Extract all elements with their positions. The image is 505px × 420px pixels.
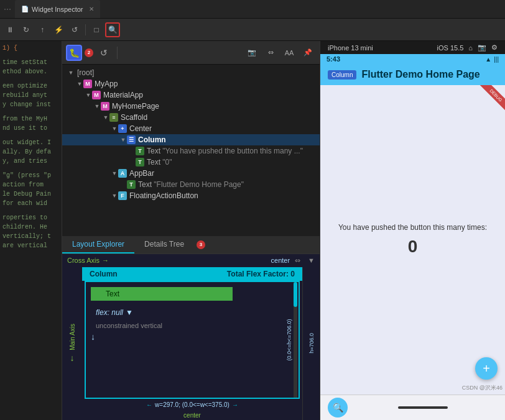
appbar-icon: A bbox=[118, 169, 127, 178]
widget-tree: ▼ [root] ▼ M MyApp ▼ M MaterialApp ▼ M bbox=[62, 65, 320, 236]
tree-item-myhomepage[interactable]: ▼ M MyHomePage bbox=[62, 101, 320, 112]
layout-header-bar: Column Total Flex Factor: 0 bbox=[82, 267, 302, 281]
column-widget-badge: Column bbox=[328, 70, 356, 80]
code-line: y change inst bbox=[2, 100, 59, 109]
tree-item-appbar[interactable]: ▼ A AppBar bbox=[62, 168, 320, 179]
arrow-icon: ▼ bbox=[111, 170, 118, 177]
inspector-toolbar: 🐛 2 ↺ 📷 ⇔ AA 📌 bbox=[62, 41, 320, 65]
phone-bottom-bar: 🔍 bbox=[320, 395, 505, 420]
appbar-label: AppBar bbox=[129, 169, 154, 178]
code-line: from the MyH bbox=[2, 114, 59, 124]
phone-panel: iPhone 13 mini iOS 15.5 ⌂ 📷 ⚙ 5:43 ▲ |||… bbox=[320, 41, 505, 420]
tree-item-root[interactable]: ▼ [root] bbox=[62, 67, 320, 78]
code-line: for each wid bbox=[2, 199, 59, 208]
width-label-row: ← w=297.0; (0.0<=w<=375.0) → bbox=[82, 399, 302, 411]
scrollbar-track[interactable] bbox=[294, 282, 297, 398]
center-label: Center bbox=[129, 124, 152, 133]
cross-axis-value: center bbox=[271, 257, 290, 264]
camera-icon[interactable]: 📷 bbox=[478, 43, 486, 52]
phone-top-right: iOS 15.5 ⌂ 📷 ⚙ bbox=[437, 43, 498, 52]
settings-icon[interactable]: ⚙ bbox=[491, 43, 498, 52]
arrow-icon bbox=[128, 147, 136, 155]
pin-btn[interactable]: 📌 bbox=[300, 45, 316, 61]
phone-search-btn[interactable]: 🔍 bbox=[328, 398, 348, 418]
wifi-icon: ▲ bbox=[485, 56, 491, 63]
width-value-label: w=297.0; (0.0<=w<=375.0) bbox=[155, 401, 229, 408]
toolbar-search-btn[interactable]: 🔍 bbox=[105, 22, 120, 37]
code-line: nd use it to bbox=[2, 124, 59, 133]
scaffold-icon: ≡ bbox=[109, 113, 118, 122]
dropdown-arrow[interactable]: ▼ bbox=[308, 257, 315, 264]
toolbar-pause-btn[interactable]: ⏸ bbox=[2, 22, 17, 37]
tree-item-center[interactable]: ▼ + Center bbox=[62, 123, 320, 134]
tree-item-appbar-text[interactable]: T Text "Flutter Demo Home Page" bbox=[62, 179, 320, 190]
main-toolbar: ⏸ ↻ ↑ ⚡ ↺ □ 🔍 bbox=[0, 19, 505, 41]
tree-item-column[interactable]: ▼ ☰ Column bbox=[62, 134, 320, 145]
screenshot-btn[interactable]: 📷 bbox=[244, 45, 260, 61]
text1-label: Text "You have pushed the button this ma… bbox=[147, 147, 303, 155]
appbar-text-icon: T bbox=[127, 180, 136, 189]
cross-axis-text: Cross Axis bbox=[67, 257, 100, 264]
arrow-icon: ▼ bbox=[111, 125, 118, 132]
layout-content: Main Axis ↓ Column Total Flex Factor: 0 bbox=[62, 267, 320, 421]
fab-button[interactable]: + bbox=[475, 357, 498, 380]
myapp-icon: M bbox=[83, 80, 92, 88]
arrow-icon bbox=[128, 158, 136, 166]
code-line: out widget. I bbox=[2, 138, 59, 147]
code-panel: 1) { time setStat ethod above. een optim… bbox=[0, 41, 62, 420]
code-line: y, and tries bbox=[2, 157, 59, 166]
overflow-dots[interactable]: ⋯ bbox=[0, 5, 15, 14]
tree-item-fab[interactable]: ▼ F FloatingActionButton bbox=[62, 190, 320, 201]
column-header-label: Column bbox=[90, 270, 118, 278]
height-label-container: (0.0<=h<=706.0) bbox=[286, 319, 292, 360]
widget-inspector-tab[interactable]: 📄 Widget Inspector ✕ bbox=[15, 0, 100, 18]
tree-item-scaffold[interactable]: ▼ ≡ Scaffold bbox=[62, 112, 320, 123]
layout-explorer-tab[interactable]: Layout Explorer bbox=[62, 236, 134, 253]
fab-plus-icon: + bbox=[483, 362, 490, 376]
fit-btn[interactable]: ⇔ bbox=[262, 45, 279, 61]
details-tree-tab[interactable]: Details Tree bbox=[134, 236, 194, 253]
tree-item-text1[interactable]: T Text "You have pushed the button this … bbox=[62, 145, 320, 157]
inspect-widget-btn[interactable]: 🐛 bbox=[66, 45, 82, 61]
refresh-btn[interactable]: ↺ bbox=[96, 45, 112, 61]
toolbar-square-btn[interactable]: □ bbox=[89, 22, 104, 37]
file-icon: 📄 bbox=[21, 6, 29, 12]
tree-item-materialapp[interactable]: ▼ M MaterialApp bbox=[62, 89, 320, 101]
code-line: time setStat bbox=[2, 58, 59, 67]
app-title: Flutter Demo Home Page bbox=[361, 69, 480, 80]
aa-btn[interactable]: AA bbox=[281, 45, 297, 61]
text-widget-block[interactable]: Text bbox=[91, 287, 233, 301]
close-tab-icon[interactable]: ✕ bbox=[89, 6, 94, 12]
body-text: You have pushed the button this many tim… bbox=[338, 223, 487, 232]
arrow-icon bbox=[119, 181, 127, 188]
myhomepage-label: MyHomePage bbox=[112, 102, 159, 111]
root-label: [root] bbox=[77, 68, 94, 77]
body-count: 0 bbox=[408, 237, 418, 257]
code-line: are vertical bbox=[2, 241, 59, 250]
tree-item-text2[interactable]: T Text "0" bbox=[62, 157, 320, 168]
myhomepage-icon: M bbox=[101, 102, 109, 111]
scaffold-label: Scaffold bbox=[121, 113, 147, 122]
phone-device-name: iPhone 13 mini bbox=[328, 44, 373, 52]
text2-label: Text "0" bbox=[147, 158, 172, 167]
code-line: children. He bbox=[2, 222, 59, 232]
w-right-arrow: → bbox=[232, 401, 238, 408]
fab-icon: F bbox=[118, 191, 127, 200]
toolbar-reload-btn[interactable]: ↻ bbox=[19, 22, 34, 37]
scrollbar-thumb[interactable] bbox=[294, 282, 297, 307]
toolbar-undo-btn[interactable]: ↺ bbox=[67, 22, 82, 37]
main-axis-down-arrow: ↓ bbox=[70, 353, 75, 363]
flex-dropdown-arrow[interactable]: ▼ bbox=[126, 308, 133, 317]
tree-item-myapp[interactable]: ▼ M MyApp bbox=[62, 78, 320, 89]
toolbar-up-btn[interactable]: ↑ bbox=[35, 22, 50, 37]
text1-icon: T bbox=[136, 147, 144, 155]
code-line: le Debug Pain bbox=[2, 189, 59, 199]
materialapp-label: MaterialApp bbox=[103, 91, 143, 99]
arrow-icon: ▼ bbox=[102, 114, 109, 121]
arrow-icon: ▼ bbox=[67, 69, 75, 76]
home-icon[interactable]: ⌂ bbox=[468, 44, 473, 52]
code-line: een optimize bbox=[2, 81, 59, 91]
main-content: 1) { time setStat ethod above. een optim… bbox=[0, 41, 505, 420]
toolbar-lightning-btn[interactable]: ⚡ bbox=[51, 22, 66, 37]
h-value-label: h=706.0 bbox=[308, 333, 315, 354]
